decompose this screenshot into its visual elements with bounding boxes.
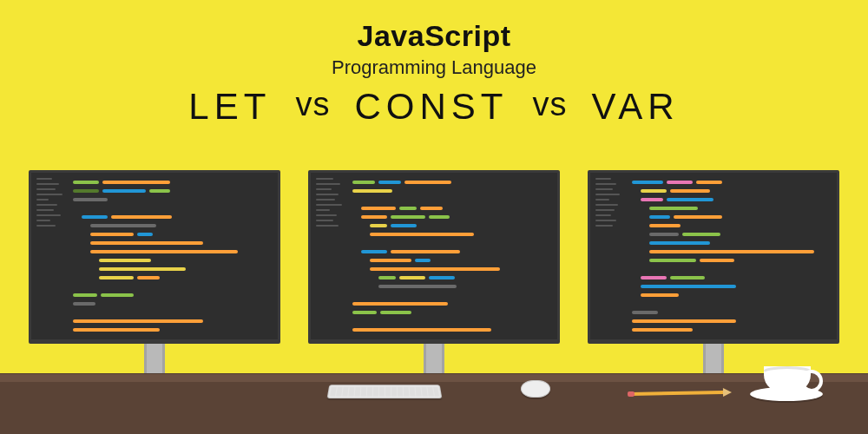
desk-surface: [0, 373, 868, 382]
page-title: JavaScript: [0, 19, 868, 53]
vs-1: vs: [295, 86, 330, 128]
vs-2: vs: [532, 86, 567, 128]
line-numbers-icon: [36, 178, 66, 230]
monitor-left: [29, 170, 280, 380]
screen-left: [29, 170, 280, 344]
line-numbers-icon: [316, 178, 345, 230]
code-block: [352, 178, 549, 334]
screen-center: [308, 170, 560, 344]
header: JavaScript Programming Language LET vs C…: [0, 0, 868, 128]
monitor-stand-icon: [144, 344, 165, 373]
code-block: [632, 178, 828, 334]
keywords-row: LET vs CONST vs VAR: [0, 86, 868, 128]
monitors-row: [0, 170, 868, 380]
mouse-icon: [521, 380, 550, 398]
keyword-let: LET: [188, 86, 271, 128]
monitor-stand-icon: [703, 344, 724, 373]
code-block: [73, 178, 269, 334]
monitor-stand-icon: [424, 344, 444, 373]
monitor-center: [308, 170, 560, 380]
page-subtitle: Programming Language: [0, 56, 868, 79]
keyboard-icon: [327, 385, 443, 398]
keyword-const: CONST: [354, 86, 508, 128]
line-numbers-icon: [595, 178, 625, 230]
monitor-right: [588, 170, 839, 380]
keyword-var: VAR: [591, 86, 679, 128]
screen-right: [588, 170, 839, 344]
